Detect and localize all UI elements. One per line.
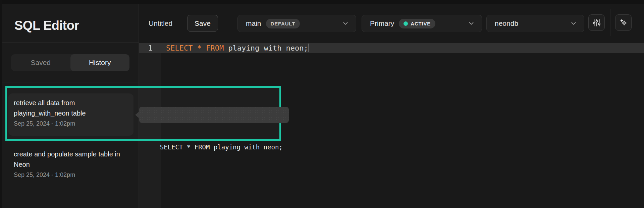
query-tooltip: SELECT * FROM playing_with_neon; bbox=[139, 107, 289, 123]
history-item[interactable]: create and populate sample table in Neon… bbox=[8, 145, 133, 183]
window-left-edge bbox=[0, 0, 2, 208]
ai-assist-button[interactable] bbox=[615, 14, 632, 31]
compute-active-badge: ACTIVE bbox=[399, 19, 435, 28]
history-item-timestamp: Sep 25, 2024 - 1:02pm bbox=[14, 120, 128, 127]
history-item-title: retrieve all data from playing_with_neon… bbox=[14, 98, 128, 119]
sidebar-tabs: Saved History bbox=[11, 54, 129, 71]
compute-name: Primary bbox=[370, 19, 394, 27]
tooltip-query-text: SELECT * FROM playing_with_neon; bbox=[160, 143, 283, 151]
toolbar-divider bbox=[610, 9, 610, 36]
sliders-icon bbox=[592, 18, 601, 27]
text-cursor bbox=[309, 44, 309, 52]
branch-default-badge: DEFAULT bbox=[266, 19, 300, 28]
branch-selector[interactable]: main DEFAULT bbox=[237, 15, 356, 32]
editor-settings-button[interactable] bbox=[588, 14, 605, 31]
save-button[interactable]: Save bbox=[187, 15, 218, 32]
chevron-down-icon bbox=[342, 20, 349, 27]
status-dot bbox=[404, 21, 408, 26]
page-title: SQL Editor bbox=[14, 18, 79, 33]
tooltip-arrow-icon bbox=[135, 111, 140, 119]
editor-line[interactable]: 1 SELECT * FROM playing_with_neon; bbox=[139, 43, 644, 53]
line-number: 1 bbox=[139, 43, 161, 53]
branch-name: main bbox=[246, 19, 261, 27]
tab-saved[interactable]: Saved bbox=[11, 54, 70, 71]
editor-code: SELECT * FROM playing_with_neon; bbox=[166, 43, 309, 53]
compute-active-label: ACTIVE bbox=[411, 21, 431, 26]
sql-keywords: SELECT * FROM bbox=[166, 44, 224, 52]
chevron-down-icon bbox=[468, 20, 475, 27]
sidebar-header-divider bbox=[2, 42, 139, 43]
sparkles-icon bbox=[619, 18, 628, 27]
history-item-timestamp: Sep 25, 2024 - 1:02pm bbox=[14, 171, 128, 179]
database-name: neondb bbox=[495, 19, 518, 27]
query-file-name[interactable]: Untitled bbox=[149, 19, 172, 27]
tab-history[interactable]: History bbox=[70, 54, 130, 71]
chevron-down-icon bbox=[570, 20, 577, 27]
toolbar-divider bbox=[228, 4, 228, 35]
window-top-strip bbox=[0, 0, 644, 4]
database-selector[interactable]: neondb bbox=[486, 15, 584, 32]
history-item-title: create and populate sample table in Neon bbox=[14, 149, 128, 170]
compute-selector[interactable]: Primary ACTIVE bbox=[362, 15, 482, 32]
sidebar-list-divider bbox=[2, 82, 139, 82]
sql-editor-window: SQL Editor Saved History Untitled Save m… bbox=[0, 0, 644, 208]
sql-identifier: playing_with_neon; bbox=[224, 44, 308, 52]
history-item[interactable]: retrieve all data from playing_with_neon… bbox=[8, 93, 133, 136]
